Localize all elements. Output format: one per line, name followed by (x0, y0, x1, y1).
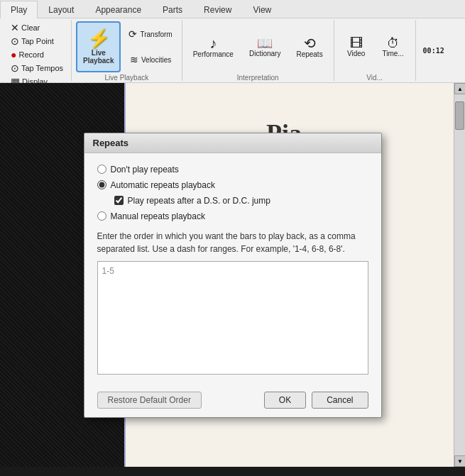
velocities-button[interactable]: ≋ Velocities (124, 48, 177, 71)
time-display-container: 00:12 (423, 21, 444, 79)
dictionary-icon: 📖 (257, 37, 273, 50)
description-text: Enter the order in which you want the ba… (97, 230, 368, 255)
live-playback-group: ⚡ LivePlayback ⟳ Transform ≋ Velocities (72, 20, 182, 81)
radio-group: Don't play repeats Automatic repeats pla… (97, 165, 368, 221)
clear-button[interactable]: ✕ Clear (7, 21, 67, 34)
tap-tempos-icon: ⊙ (11, 63, 19, 73)
bar-order-textarea[interactable]: 1-5 (97, 261, 368, 375)
ribbon-tabs: Play Layout Appearance Parts Review View (0, 0, 465, 18)
tap-tempos-button[interactable]: ⊙ Tap Tempos (7, 62, 67, 74)
dialog-footer: Restore Default Order OK Cancel (84, 386, 381, 417)
record-icon: ● (11, 50, 16, 60)
tab-layout[interactable]: Layout (38, 1, 84, 18)
transform-icon: ⟳ (128, 29, 137, 39)
dont-play-label: Don't play repeats (111, 165, 179, 175)
performance-button[interactable]: ♪ Performance (187, 21, 240, 72)
video-items: 🎞 Video ⏱ Time... (339, 21, 411, 72)
live-tempo-items: ✕ Clear ⊙ Tap Point ● Record ⊙ Tap Tempo… (7, 21, 67, 88)
tap-point-icon: ⊙ (11, 36, 19, 46)
velocities-icon: ≋ (130, 55, 138, 65)
ok-button[interactable]: OK (264, 392, 306, 409)
tab-play[interactable]: Play (0, 1, 38, 18)
video-label: Vid... (366, 72, 383, 82)
dialog-action-buttons: OK Cancel (264, 392, 368, 409)
record-button[interactable]: ● Record (7, 48, 67, 61)
ds-dc-jump-option[interactable]: Play repeats after a D.S. or D.C. jump (114, 196, 368, 206)
clear-icon: ✕ (11, 23, 19, 33)
time-display-group: 00:12 (416, 20, 452, 81)
live-playback-items: ⚡ LivePlayback ⟳ Transform ≋ Velocities (76, 21, 177, 72)
dialog-title-bar: Repeats (84, 133, 381, 153)
restore-default-button[interactable]: Restore Default Order (97, 392, 202, 409)
live-tempo-group: ✕ Clear ⊙ Tap Point ● Record ⊙ Tap Tempo… (3, 20, 72, 81)
manual-label: Manual repeats playback (111, 211, 205, 221)
automatic-label: Automatic repeats playback (111, 180, 215, 190)
tab-parts[interactable]: Parts (152, 1, 193, 18)
repeats-icon: ⟲ (304, 36, 316, 50)
tab-view[interactable]: View (242, 1, 282, 18)
interpretation-items: ♪ Performance 📖 Dictionary ⟲ Repeats (187, 21, 329, 72)
main-area: Pia... ▲ ▼ Repeats Don't play repeats (0, 83, 465, 467)
live-playback-label: LivePlayback (83, 49, 114, 65)
manual-option[interactable]: Manual repeats playback (97, 211, 368, 221)
textarea-placeholder: 1-5 (102, 266, 114, 276)
cancel-button[interactable]: Cancel (312, 392, 368, 409)
automatic-radio[interactable] (97, 180, 106, 189)
tab-appearance[interactable]: Appearance (84, 1, 152, 18)
dialog-body: Don't play repeats Automatic repeats pla… (84, 153, 381, 386)
time-display: 00:12 (423, 47, 444, 55)
live-playback-icon: ⚡ (87, 29, 110, 48)
automatic-option[interactable]: Automatic repeats playback (97, 180, 368, 190)
video-button[interactable]: 🎞 Video (339, 21, 374, 72)
time-button[interactable]: ⏱ Time... (376, 21, 411, 72)
tap-point-button[interactable]: ⊙ Tap Point (7, 35, 67, 48)
video-icon: 🎞 (350, 37, 363, 50)
dictionary-button[interactable]: 📖 Dictionary (243, 21, 287, 72)
performance-icon: ♪ (209, 36, 217, 50)
transform-button[interactable]: ⟳ Transform (124, 23, 177, 45)
ribbon-content: ✕ Clear ⊙ Tap Point ● Record ⊙ Tap Tempo… (0, 18, 465, 82)
ds-dc-jump-label: Play repeats after a D.S. or D.C. jump (128, 196, 270, 206)
dont-play-option[interactable]: Don't play repeats (97, 165, 368, 175)
interpretation-label: Interpretation (237, 72, 279, 82)
interpretation-group: ♪ Performance 📖 Dictionary ⟲ Repeats Int… (182, 20, 334, 81)
dont-play-radio[interactable] (97, 165, 106, 174)
live-playback-label-group: Live Playback (105, 72, 149, 82)
repeats-dialog: Repeats Don't play repeats Automatic rep… (84, 133, 382, 418)
repeats-button[interactable]: ⟲ Repeats (290, 21, 329, 72)
dialog-overlay: Repeats Don't play repeats Automatic rep… (0, 83, 465, 467)
dialog-title: Repeats (93, 138, 129, 148)
ribbon: Play Layout Appearance Parts Review View… (0, 0, 465, 83)
live-playback-button[interactable]: ⚡ LivePlayback (76, 21, 121, 72)
tab-review[interactable]: Review (193, 1, 242, 18)
manual-radio[interactable] (97, 211, 106, 221)
live-playback-sub-buttons: ⟳ Transform ≋ Velocities (124, 23, 177, 71)
video-group: 🎞 Video ⏱ Time... Vid... (334, 20, 416, 81)
time-icon: ⏱ (387, 37, 400, 50)
ds-dc-jump-checkbox[interactable] (114, 196, 124, 205)
